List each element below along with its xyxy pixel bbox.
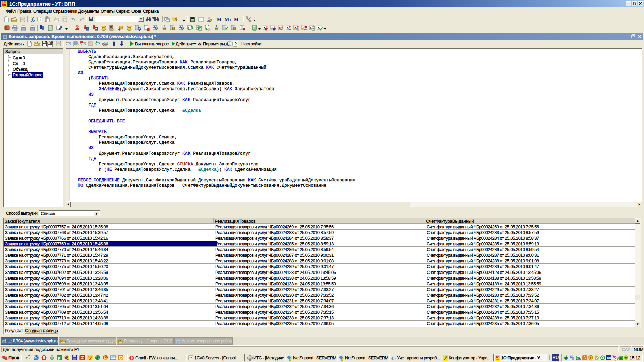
svg-text:M: M xyxy=(217,17,221,22)
svg-text:Ru: Ru xyxy=(607,356,611,360)
svg-text:NA: NA xyxy=(577,357,581,360)
svg-text:M+: M+ xyxy=(225,17,232,22)
svg-text:M−: M− xyxy=(234,17,241,22)
svg-text:!: ! xyxy=(590,356,591,360)
